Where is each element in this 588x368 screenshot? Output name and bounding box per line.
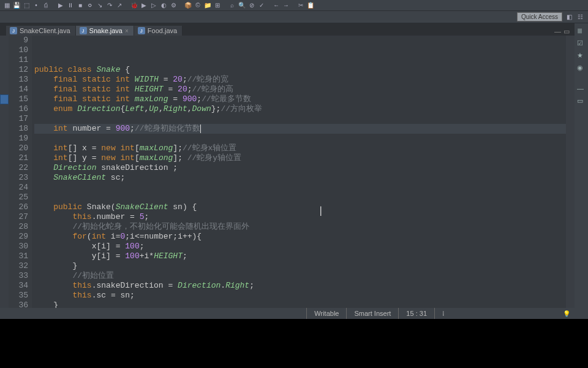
tab-food-java[interactable]: JFood.java	[134, 26, 183, 36]
status-bar: Writable Smart Insert 15 : 31 ⁞ 💡	[0, 308, 575, 319]
new-pkg-icon[interactable]: 📦	[184, 1, 192, 10]
line-number: 27	[9, 212, 28, 222]
code-area[interactable]: ⎮ public class Snake { final static int …	[32, 36, 566, 308]
back-icon[interactable]: ←	[272, 1, 281, 10]
marker-slot	[0, 281, 9, 291]
code-line[interactable]: for(int i=0;i<=number;i++){	[34, 232, 566, 242]
code-line[interactable]: public Snake(SnakeClient sn) {	[34, 202, 566, 212]
code-line[interactable]: y[i] = 100+i*HEIGHT;	[34, 251, 566, 261]
disconnect-icon[interactable]: ⭘	[86, 1, 94, 10]
code-line[interactable]	[34, 134, 566, 144]
overview-ruler[interactable]	[566, 36, 575, 308]
task-icon[interactable]: ✓	[257, 1, 266, 10]
new-srcfolder-icon[interactable]: 📁	[203, 1, 212, 10]
code-line[interactable]: int[] x = new int[maxLong];//蛇身x轴位置	[34, 144, 566, 153]
line-number: 32	[9, 261, 28, 271]
cut-icon[interactable]: ✂	[296, 1, 305, 10]
paste-icon[interactable]: 📋	[306, 1, 315, 10]
code-line[interactable]: final static int maxLong = 900;//蛇最多节数	[34, 94, 566, 104]
line-number: 35	[9, 291, 28, 301]
step-over-icon[interactable]: ↷	[105, 1, 114, 10]
main-toolbar: ▦💾⬚•⎙▶⏸■⭘↘↷↗🐞▶▷◐⚙📦©📁⊞⌕🔍⊘✓←→✂📋	[0, 0, 588, 11]
marker-slot	[0, 85, 9, 94]
new-icon[interactable]: ▦	[2, 1, 11, 10]
annotation-icon[interactable]: ⊘	[247, 1, 256, 10]
minimize-icon[interactable]: —	[577, 85, 586, 93]
status-cursor-pos: 15 : 31	[398, 308, 434, 319]
marker-slot	[0, 202, 9, 212]
maximize-editor-icon[interactable]: ▭	[564, 28, 570, 36]
code-line[interactable]: //初始化蛇身，不初始化可能会随机出现在界面外	[34, 222, 566, 232]
open-type-icon[interactable]: ⌕	[228, 1, 236, 10]
line-number: 15	[9, 94, 28, 104]
marker-slot	[0, 222, 9, 232]
code-line[interactable]: public class Snake {	[34, 65, 566, 75]
tasks-icon[interactable]: ☑	[577, 39, 586, 48]
quick-access-field[interactable]: Quick Access	[517, 12, 562, 21]
perspective-debug-icon[interactable]: ☷	[576, 13, 584, 21]
step-return-icon[interactable]: ↗	[115, 1, 124, 10]
ext-tools-icon[interactable]: ⚙	[169, 1, 178, 10]
line-number: 29	[9, 232, 28, 242]
marker-slot	[0, 251, 9, 261]
code-editor[interactable]: 9101112131415161718192021222324252627282…	[0, 36, 575, 308]
code-line[interactable]: final static int WIDTH = 20;//蛇身的宽	[34, 75, 566, 85]
status-overflow-icon[interactable]: ⁞	[434, 308, 452, 319]
code-line[interactable]: //初始位置	[34, 271, 566, 281]
code-line[interactable]: Direction snakeDirection ;	[34, 163, 566, 173]
coverage-icon[interactable]: ◐	[159, 1, 168, 10]
line-number: 17	[9, 114, 28, 124]
marker-slot	[0, 232, 9, 242]
new-project-icon[interactable]: ⊞	[213, 1, 222, 10]
code-line[interactable]: }	[34, 301, 566, 308]
save-icon[interactable]: 💾	[12, 1, 21, 10]
marker-slot	[0, 94, 9, 104]
marker-slot	[0, 271, 9, 281]
run-last-icon[interactable]: ▷	[149, 1, 158, 10]
marker-ruler	[0, 36, 9, 308]
debug-icon[interactable]: 🐞	[130, 1, 138, 10]
code-line[interactable]: this.number = 5;	[34, 212, 566, 222]
maximize-icon[interactable]: ▭	[577, 97, 586, 105]
tab-label: Snake.java	[89, 27, 123, 34]
bookmarks-icon[interactable]: ★	[577, 52, 586, 60]
resume-icon[interactable]: ▶	[56, 1, 65, 10]
tab-snake-java[interactable]: JSnake.java×	[76, 26, 134, 36]
suspend-icon[interactable]: ⏸	[66, 1, 75, 10]
code-line[interactable]: final static int HEIGHT = 20;//蛇身的高	[34, 85, 566, 94]
code-line[interactable]: enum Direction{Left,Up,Right,Down};//方向枚…	[34, 104, 566, 114]
terminate-icon[interactable]: ■	[76, 1, 85, 10]
tip-icon[interactable]: 💡	[562, 309, 571, 318]
marker-slot	[0, 173, 9, 183]
dot-icon[interactable]: •	[32, 1, 40, 10]
run-icon[interactable]: ▶	[140, 1, 148, 10]
line-number: 12	[9, 65, 28, 75]
code-line[interactable]	[34, 183, 566, 193]
java-file-icon: J	[80, 27, 87, 34]
save-all-icon[interactable]: ⬚	[22, 1, 31, 10]
perspective-java-icon[interactable]: ◧	[565, 13, 573, 21]
code-line[interactable]: this.snakeDirection = Direction.Right;	[34, 281, 566, 291]
close-tab-icon[interactable]: ×	[125, 28, 129, 34]
code-line[interactable]	[34, 114, 566, 124]
breakpoints-icon[interactable]: ◉	[577, 64, 586, 72]
line-number: 25	[9, 193, 28, 202]
forward-icon[interactable]: →	[282, 1, 290, 10]
search-icon[interactable]: 🔍	[238, 1, 246, 10]
marker-slot	[0, 193, 9, 202]
marker-slot	[0, 75, 9, 85]
line-number: 23	[9, 173, 28, 183]
step-into-icon[interactable]: ↘	[96, 1, 104, 10]
code-line[interactable]: }	[34, 261, 566, 271]
code-line[interactable]	[34, 193, 566, 202]
code-line[interactable]: int[] y = new int[maxLong]; //蛇身y轴位置	[34, 153, 566, 163]
print-icon[interactable]: ⎙	[42, 1, 50, 10]
code-line[interactable]: int number = 900;//蛇身初始化节数	[34, 124, 566, 134]
code-line[interactable]: this.sc = sn;	[34, 291, 566, 301]
new-class-icon[interactable]: ©	[194, 1, 202, 10]
code-line[interactable]: SnakeClient sc;	[34, 173, 566, 183]
outline-icon[interactable]: ≣	[577, 27, 586, 36]
tab-snakeclient-java[interactable]: JSnakeClient.java	[6, 26, 76, 36]
code-line[interactable]: x[i] = 100;	[34, 242, 566, 251]
minimize-editor-icon[interactable]: —	[554, 28, 561, 36]
